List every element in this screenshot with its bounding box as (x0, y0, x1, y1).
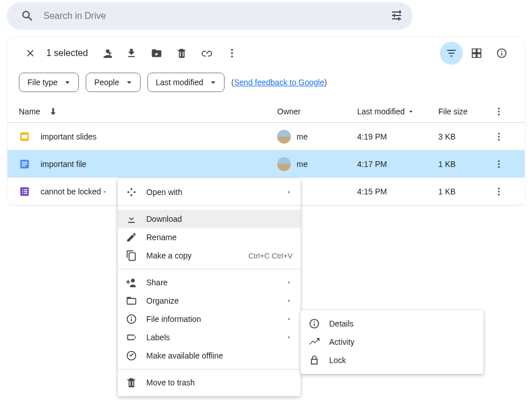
column-file-size[interactable]: File size (438, 107, 489, 116)
open-with-icon (126, 186, 137, 198)
column-modified-label: Last modified (357, 107, 405, 116)
column-last-modified[interactable]: Last modified (357, 107, 438, 116)
docs-icon (19, 158, 30, 170)
table-row[interactable]: important file me 4:17 PM 1 KB (7, 150, 525, 178)
modified-time: 4:17 PM (357, 160, 387, 169)
svg-rect-13 (22, 164, 27, 165)
svg-point-3 (498, 108, 500, 109)
owner-name: me (297, 160, 307, 169)
svg-point-4 (498, 110, 500, 112)
svg-rect-24 (24, 193, 27, 194)
context-menu: Open with Download Rename Make a copy Ct… (118, 178, 301, 206)
chip-label: Last modified (156, 78, 203, 87)
svg-point-17 (498, 166, 500, 168)
svg-point-26 (498, 190, 500, 192)
column-owner[interactable]: Owner (277, 107, 357, 116)
close-selection-button[interactable] (19, 42, 42, 65)
avatar (277, 157, 291, 171)
chevron-down-icon (62, 77, 73, 87)
chevron-down-icon (124, 77, 134, 87)
svg-rect-23 (22, 193, 23, 194)
chip-last-modified[interactable]: Last modified (147, 73, 225, 92)
selection-count: 1 selected (46, 48, 88, 58)
right-actions (440, 42, 513, 65)
svg-rect-19 (22, 189, 23, 190)
more-options-button[interactable] (221, 42, 243, 65)
table-row[interactable]: important slides me 4:19 PM 3 KB (7, 123, 525, 150)
svg-point-8 (498, 133, 500, 134)
row-more-button[interactable] (492, 185, 506, 198)
chevron-down-icon (208, 77, 218, 87)
svg-point-1 (231, 52, 233, 54)
svg-rect-22 (24, 191, 27, 192)
row-more-button[interactable] (492, 130, 506, 144)
search-input[interactable] (39, 11, 385, 21)
slides-icon (19, 131, 30, 142)
details-button[interactable] (490, 42, 513, 65)
view-grid-button[interactable] (465, 42, 488, 65)
svg-rect-21 (22, 191, 23, 192)
file-size: 1 KB (438, 160, 455, 169)
svg-rect-20 (24, 189, 27, 190)
svg-rect-7 (22, 134, 27, 138)
svg-point-10 (498, 138, 500, 140)
column-options-button[interactable] (492, 105, 506, 118)
file-size: 3 KB (438, 132, 455, 141)
table-header: Name Owner Last modified File size (7, 100, 525, 123)
search-options-icon[interactable] (385, 5, 408, 27)
chevron-down-icon (407, 108, 415, 116)
sort-arrow-down-icon (48, 106, 58, 117)
file-name: important file (41, 160, 86, 169)
svg-point-27 (498, 193, 500, 195)
svg-point-25 (498, 188, 500, 189)
column-name-label: Name (19, 107, 40, 116)
svg-point-9 (498, 136, 500, 137)
svg-point-0 (231, 49, 233, 51)
svg-point-2 (231, 55, 233, 57)
chip-label: File type (27, 78, 58, 87)
chip-people[interactable]: People (86, 73, 141, 92)
forms-icon (19, 186, 30, 197)
feedback-link[interactable]: Send feedback to Google (234, 78, 324, 87)
link-button[interactable] (195, 42, 218, 65)
file-size: 1 KB (438, 187, 455, 196)
column-size-label: File size (438, 107, 467, 116)
chevron-right-icon (286, 189, 293, 195)
paren-close: ) (324, 78, 327, 87)
download-button[interactable] (120, 42, 143, 65)
column-owner-label: Owner (277, 107, 301, 116)
owner-name: me (297, 132, 307, 141)
menu-separator (118, 205, 301, 206)
share-button[interactable] (95, 42, 118, 65)
search-icon[interactable] (16, 5, 39, 27)
avatar (277, 130, 291, 144)
column-name[interactable]: Name (19, 106, 277, 117)
filter-toggle-button[interactable] (440, 42, 463, 65)
row-more-button[interactable] (492, 157, 506, 171)
delete-button[interactable] (170, 42, 193, 65)
search-bar (7, 2, 413, 30)
chip-file-type[interactable]: File type (19, 73, 79, 92)
filter-chip-row: File type People Last modified (Send fee… (7, 69, 525, 100)
modified-time: 4:19 PM (357, 132, 387, 141)
file-name: cannot be locked - (41, 187, 106, 196)
move-button[interactable] (145, 42, 168, 65)
svg-rect-14 (22, 165, 26, 166)
chip-label: People (94, 78, 119, 87)
svg-rect-12 (22, 161, 27, 162)
selection-toolbar: 1 selected (7, 37, 525, 69)
svg-point-16 (498, 163, 500, 165)
svg-point-15 (498, 160, 500, 162)
menu-label: Open with (146, 188, 277, 197)
feedback-wrap: (Send feedback to Google) (231, 78, 327, 87)
modified-time: 4:15 PM (357, 187, 387, 196)
menu-open-with[interactable]: Open with (118, 183, 301, 201)
svg-point-5 (498, 113, 500, 115)
file-name: important slides (41, 132, 97, 141)
